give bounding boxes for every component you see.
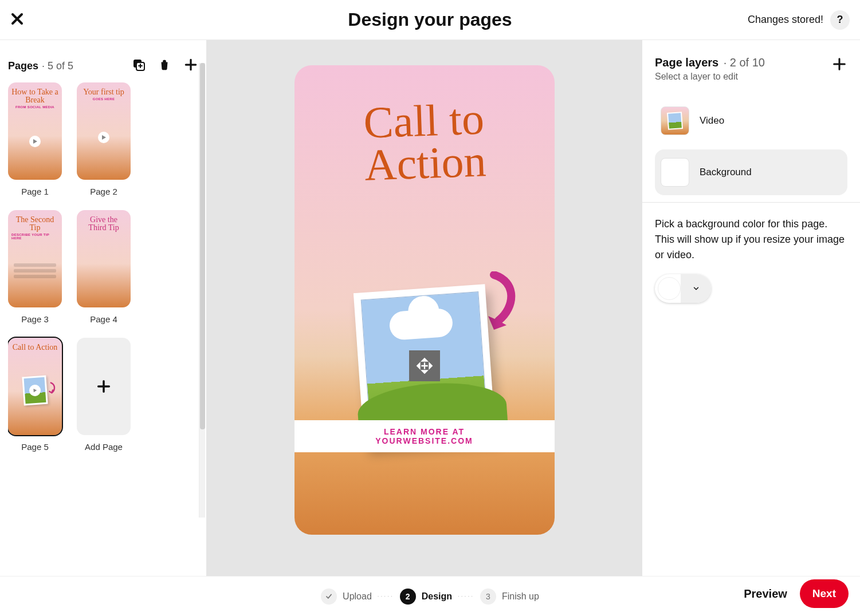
step-design-label: Design bbox=[422, 591, 452, 602]
step-upload-indicator bbox=[321, 589, 337, 605]
chevron-down-icon bbox=[681, 274, 711, 303]
layer-video[interactable]: Video bbox=[655, 98, 847, 144]
layers-subtitle: Select a layer to edit bbox=[655, 72, 765, 82]
color-swatch bbox=[658, 277, 681, 300]
page-thumbnail-4[interactable]: Give the Third Tip bbox=[77, 210, 131, 307]
canvas-title: Call to Action bbox=[294, 95, 555, 189]
layers-count: · 2 of 10 bbox=[724, 56, 765, 69]
canvas[interactable]: Call to Action LEARN MORE AT YOURWEBSITE… bbox=[294, 65, 555, 535]
thumb-title: How to Take a Break bbox=[11, 88, 58, 104]
page-thumbnail-1[interactable]: How to Take a Break FROM SOCIAL MEDIA bbox=[8, 82, 62, 180]
step-finish-label: Finish up bbox=[502, 591, 539, 602]
canvas-cta-band: LEARN MORE AT YOURWEBSITE.COM bbox=[294, 420, 555, 452]
layer-background[interactable]: Background bbox=[655, 149, 847, 195]
background-color-picker[interactable] bbox=[655, 274, 711, 303]
divider bbox=[642, 202, 860, 203]
stepper: Upload ····· 2 Design ····· 3 Finish up bbox=[321, 589, 539, 605]
thumb-label: Page 1 bbox=[21, 187, 49, 196]
delete-page-button[interactable] bbox=[158, 58, 171, 73]
help-button[interactable]: ? bbox=[830, 10, 850, 30]
layer-thumb-icon bbox=[661, 158, 689, 187]
layers-title: Page layers bbox=[655, 56, 718, 69]
layer-name: Background bbox=[700, 167, 752, 178]
arrow-icon bbox=[482, 271, 523, 337]
duplicate-page-button[interactable] bbox=[132, 58, 146, 74]
step-separator: ····· bbox=[458, 593, 474, 599]
cta-line-1: LEARN MORE AT bbox=[384, 427, 465, 436]
thumb-label: Page 5 bbox=[21, 442, 49, 452]
play-icon bbox=[29, 384, 41, 396]
page-thumbnail-3[interactable]: The Second Tip DESCRIBE YOUR TIP HERE bbox=[8, 210, 62, 307]
next-button[interactable]: Next bbox=[800, 579, 849, 608]
step-upload-label: Upload bbox=[343, 591, 372, 602]
layer-thumb-icon bbox=[661, 106, 689, 135]
add-page-button[interactable] bbox=[183, 57, 198, 74]
background-help-text: Pick a background color for this page. T… bbox=[655, 216, 847, 263]
step-separator: ····· bbox=[378, 593, 394, 599]
pages-label: Pages bbox=[8, 60, 38, 72]
left-scrollbar[interactable] bbox=[199, 63, 205, 518]
page-thumbnail-5[interactable]: Call to Action bbox=[8, 338, 62, 435]
cloud-icon bbox=[388, 307, 453, 341]
thumb-label: Page 2 bbox=[90, 187, 117, 196]
add-page-tile[interactable] bbox=[77, 338, 131, 435]
add-page-label: Add Page bbox=[85, 442, 123, 452]
thumb-sub: DESCRIBE YOUR TIP HERE bbox=[11, 233, 58, 240]
thumb-title: The Second Tip bbox=[11, 216, 58, 232]
canvas-title-line-2: Action bbox=[363, 136, 486, 189]
thumb-label: Page 4 bbox=[90, 314, 117, 324]
thumb-label: Page 3 bbox=[21, 314, 49, 324]
step-design-indicator: 2 bbox=[400, 589, 416, 605]
step-finish-indicator: 3 bbox=[480, 589, 496, 605]
preview-button[interactable]: Preview bbox=[744, 587, 787, 601]
pages-count: · 5 of 5 bbox=[42, 60, 73, 72]
add-layer-button[interactable] bbox=[831, 56, 847, 72]
play-icon bbox=[29, 136, 41, 147]
thumb-title: Give the Third Tip bbox=[80, 216, 127, 232]
page-title: Design your pages bbox=[348, 9, 512, 30]
thumb-title: Your first tip bbox=[83, 88, 124, 96]
layer-name: Video bbox=[700, 115, 724, 127]
close-button[interactable] bbox=[10, 10, 24, 30]
play-icon bbox=[98, 132, 109, 143]
thumb-title: Call to Action bbox=[13, 343, 58, 352]
cta-line-2: YOURWEBSITE.COM bbox=[375, 436, 473, 445]
move-handle[interactable] bbox=[409, 350, 440, 381]
save-status: Changes stored! bbox=[748, 14, 823, 26]
page-thumbnail-2[interactable]: Your first tip GOES HERE bbox=[77, 82, 131, 180]
